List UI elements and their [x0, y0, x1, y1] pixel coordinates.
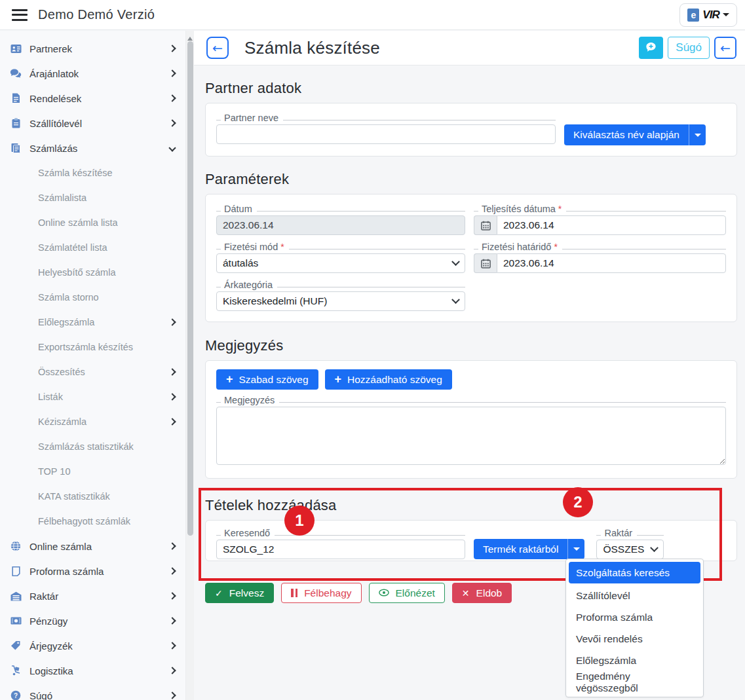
addable-text-button[interactable]: +Hozzáadható szöveg: [325, 369, 452, 390]
sidebar-item-szallitolevel[interactable]: Szállítólevél: [0, 111, 185, 136]
sidebar-item-logisztika[interactable]: Logisztika: [0, 658, 185, 683]
question-circle-icon: ?: [9, 690, 22, 700]
section-heading-params: Paraméterek: [205, 171, 737, 188]
sidebar-subitem-label: Félbehagyott számlák: [38, 516, 130, 526]
sidebar-subitem-listak[interactable]: Listák: [0, 384, 185, 409]
calendar-icon[interactable]: [474, 215, 497, 235]
back-button-secondary[interactable]: ←: [714, 37, 736, 59]
warehouse-select[interactable]: ÖSSZES: [596, 540, 664, 559]
sidebar-subitem-szamla-storno[interactable]: Számla storno: [0, 285, 185, 310]
chevron-right-icon: [168, 592, 176, 599]
evir-logo-button[interactable]: e VIR: [679, 3, 737, 27]
sidebar-subitem-osszesites[interactable]: Összesítés: [0, 359, 185, 384]
sidebar-item-label: Számlázás: [29, 143, 77, 154]
scroll-up-arrow-icon[interactable]: [187, 34, 193, 41]
chevron-right-icon: [168, 642, 176, 649]
sidebar-subitem-online-szamla-lista[interactable]: Online számla lista: [0, 210, 185, 235]
sidebar-item-raktar[interactable]: Raktár: [0, 583, 185, 608]
sidebar-item-arajanlatok[interactable]: Árajánlatok: [0, 61, 185, 86]
chevron-down-icon: [451, 257, 460, 266]
product-from-warehouse-button[interactable]: Termék raktárból: [474, 539, 567, 559]
price-category-select[interactable]: Kiskereskedelmi (HUF): [216, 291, 465, 311]
sidebar-item-arjegyzek[interactable]: Árjegyzék: [0, 633, 185, 658]
chevron-down-icon: [168, 144, 176, 151]
page-toolbar: ← Számla készítése Súgó ←: [194, 31, 745, 65]
sidebar-item-partnerek[interactable]: Partnerek: [0, 36, 185, 61]
sidebar-subitem-label: Előlegszámla: [38, 317, 94, 327]
partner-name-input[interactable]: [216, 124, 556, 144]
check-icon: ✓: [215, 588, 223, 599]
select-by-name-caret-button[interactable]: [689, 124, 706, 145]
select-by-name-button[interactable]: Kiválasztás név alapján: [564, 124, 689, 145]
menu-item-szallitolevel[interactable]: Szállítólevél: [569, 585, 700, 606]
chevron-down-icon: [451, 295, 460, 304]
sidebar-subitem-elolegszamla[interactable]: Előlegszámla: [0, 310, 185, 335]
fulfillment-date-input[interactable]: [497, 215, 726, 235]
sidebar-subitem-szamla-keszitese[interactable]: Számla készítése: [0, 160, 185, 185]
discard-button[interactable]: ✕Eldob: [452, 583, 512, 603]
warehouse-label: Raktár: [596, 527, 664, 538]
sidebar-item-sugo[interactable]: ? Súgó: [0, 683, 185, 700]
caret-down-icon: [695, 134, 701, 140]
item-search-input[interactable]: [216, 540, 465, 559]
sidebar-subitem-helyesbito-szamla[interactable]: Helyesbítő számla: [0, 260, 185, 285]
sidebar-subitem-keziszamla[interactable]: Kéziszámla: [0, 409, 185, 434]
sidebar-subitem-szamlatetel-lista[interactable]: Számlatétel lista: [0, 235, 185, 260]
sidebar-subitem-szamlazas-statisztikak[interactable]: Számlázás statisztikák: [0, 434, 185, 459]
payment-deadline-label: Fizetési határidő*: [474, 241, 726, 252]
menu-item-engedmeny-vegosszegbol[interactable]: Engedmény végösszegből: [569, 671, 700, 693]
search-mode-caret-button[interactable]: [567, 539, 584, 559]
sidebar-item-label: Online számla: [29, 541, 92, 552]
sidebar-subitem-top-10[interactable]: TOP 10: [0, 459, 185, 484]
sidebar-item-label: Szállítólevél: [29, 118, 82, 129]
pause-icon: [291, 589, 297, 597]
sidebar-subitem-label: Összesítés: [38, 367, 85, 377]
sidebar-item-online-szamla[interactable]: Online számla: [0, 534, 185, 559]
chevron-right-icon: [168, 691, 176, 699]
sidebar-item-szamlazas[interactable]: Számlázás: [0, 136, 185, 160]
sidebar-subitem-label: Exportszámla készítés: [38, 342, 133, 352]
partner-name-label: Partner neve: [216, 112, 556, 123]
back-button[interactable]: ←: [206, 37, 229, 59]
sidebar-item-proforma-szamla[interactable]: Proforma számla: [0, 559, 185, 583]
sidebar: Partnerek Árajánlatok Rendelések Szállít…: [0, 31, 185, 700]
chevron-right-icon: [168, 45, 176, 52]
sidebar-item-label: Raktár: [29, 591, 58, 602]
section-heading-partner: Partner adatok: [205, 80, 737, 97]
sidebar-item-rendelesek[interactable]: Rendelések: [0, 86, 185, 111]
calendar-icon[interactable]: [474, 253, 497, 273]
sidebar-subitem-kata-statisztikak[interactable]: KATA statisztikák: [0, 484, 185, 509]
menu-item-vevoi-rendeles[interactable]: Vevői rendelés: [569, 628, 700, 650]
sidebar-subitem-exportszamla-keszites[interactable]: Exportszámla készítés: [0, 335, 185, 359]
suspend-button[interactable]: Félbehagy: [281, 583, 361, 603]
warehouse-value: ÖSSZES: [603, 543, 644, 555]
chevron-right-icon: [168, 542, 176, 549]
scrollbar-thumb[interactable]: [187, 41, 193, 536]
sidebar-item-label: Partnerek: [29, 43, 72, 54]
feedback-chat-button[interactable]: [639, 37, 663, 59]
free-text-button[interactable]: +Szabad szöveg: [216, 369, 318, 390]
warehouse-icon: [9, 590, 22, 602]
sidebar-item-penzugy[interactable]: Pénzügy: [0, 608, 185, 633]
note-card: +Szabad szöveg +Hozzáadható szöveg Megje…: [205, 360, 737, 479]
handtruck-icon: [9, 665, 22, 676]
save-item-button[interactable]: ✓Felvesz: [205, 583, 274, 603]
params-card: Dátum Teljesítés dátuma*: [205, 194, 737, 322]
menu-item-elolegszamla[interactable]: Előlegszámla: [569, 650, 700, 671]
payment-deadline-input[interactable]: [497, 253, 726, 273]
payment-method-select[interactable]: átutalás: [216, 253, 465, 273]
sidebar-subitem-label: Helyesbítő számla: [38, 267, 115, 278]
chevron-right-icon: [168, 567, 176, 574]
sidebar-subitem-felbehagyott-szamlak[interactable]: Félbehagyott számlák: [0, 509, 185, 534]
note-textarea[interactable]: [216, 407, 726, 465]
sidebar-subitem-szamlalista[interactable]: Számlalista: [0, 185, 185, 210]
help-button[interactable]: Súgó: [668, 37, 710, 59]
note-label: Megjegyzés: [216, 394, 726, 405]
menu-item-szolgaltatas-kereses[interactable]: Szolgáltatás keresés: [569, 562, 700, 583]
sidebar-item-label: Súgó: [29, 690, 52, 700]
preview-button[interactable]: Előnézet: [369, 583, 445, 603]
section-heading-note: Megjegyzés: [205, 337, 737, 354]
menu-icon[interactable]: [12, 9, 28, 21]
menu-item-proforma-szamla[interactable]: Proforma számla: [569, 606, 700, 628]
sidebar-scrollbar[interactable]: [185, 31, 194, 700]
